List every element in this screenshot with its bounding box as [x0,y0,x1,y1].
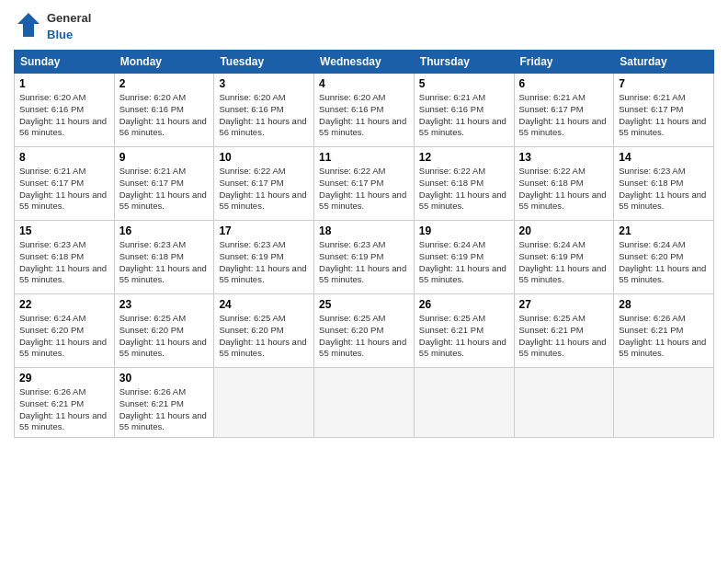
calendar-day-cell: 27Sunrise: 6:25 AMSunset: 6:21 PMDayligh… [514,294,614,368]
day-number: 25 [319,298,409,311]
day-number: 2 [119,77,210,90]
calendar-week-row: 1Sunrise: 6:20 AMSunset: 6:16 PMDaylight… [15,74,714,147]
calendar-day-cell: 13Sunrise: 6:22 AMSunset: 6:18 PMDayligh… [514,147,614,221]
day-info: Sunrise: 6:24 AMSunset: 6:19 PMDaylight:… [419,239,509,286]
day-info: Sunrise: 6:24 AMSunset: 6:20 PMDaylight:… [19,313,109,360]
day-info: Sunrise: 6:26 AMSunset: 6:21 PMDaylight:… [619,313,709,360]
calendar-empty-cell [314,368,415,438]
generalblue-logo-icon [14,11,43,40]
day-number: 7 [619,77,709,90]
page: General Blue SundayMondayTuesdayWednesda… [0,0,728,563]
calendar-day-cell: 20Sunrise: 6:24 AMSunset: 6:19 PMDayligh… [514,221,614,294]
day-number: 24 [219,298,309,311]
calendar-day-cell: 23Sunrise: 6:25 AMSunset: 6:20 PMDayligh… [114,294,214,368]
day-info: Sunrise: 6:20 AMSunset: 6:16 PMDaylight:… [319,92,409,139]
day-info: Sunrise: 6:23 AMSunset: 6:18 PMDaylight:… [19,239,109,286]
day-info: Sunrise: 6:26 AMSunset: 6:21 PMDaylight:… [119,386,210,433]
weekday-header-monday: Monday [114,51,214,74]
day-info: Sunrise: 6:20 AMSunset: 6:16 PMDaylight:… [119,92,210,139]
day-info: Sunrise: 6:21 AMSunset: 6:17 PMDaylight:… [519,92,609,139]
day-info: Sunrise: 6:25 AMSunset: 6:20 PMDaylight:… [119,313,210,360]
calendar-day-cell: 16Sunrise: 6:23 AMSunset: 6:18 PMDayligh… [114,221,214,294]
day-number: 16 [119,224,210,237]
day-info: Sunrise: 6:21 AMSunset: 6:17 PMDaylight:… [19,166,109,213]
logo: General Blue [14,9,91,42]
logo-blue-text: Blue [47,28,73,41]
day-number: 17 [219,224,309,237]
day-number: 13 [519,151,609,164]
day-info: Sunrise: 6:25 AMSunset: 6:20 PMDaylight:… [319,313,409,360]
calendar-week-row: 15Sunrise: 6:23 AMSunset: 6:18 PMDayligh… [15,221,714,294]
calendar-day-cell: 1Sunrise: 6:20 AMSunset: 6:16 PMDaylight… [15,74,115,147]
weekday-header-saturday: Saturday [614,51,714,74]
calendar-day-cell: 6Sunrise: 6:21 AMSunset: 6:17 PMDaylight… [514,74,614,147]
day-number: 5 [419,77,509,90]
calendar-empty-cell [514,368,614,438]
calendar-day-cell: 10Sunrise: 6:22 AMSunset: 6:17 PMDayligh… [214,147,314,221]
weekday-header-friday: Friday [514,51,614,74]
svg-marker-0 [17,13,40,37]
day-info: Sunrise: 6:22 AMSunset: 6:18 PMDaylight:… [419,166,509,213]
day-info: Sunrise: 6:23 AMSunset: 6:18 PMDaylight:… [619,166,709,213]
calendar-day-cell: 25Sunrise: 6:25 AMSunset: 6:20 PMDayligh… [314,294,415,368]
calendar-day-cell: 29Sunrise: 6:26 AMSunset: 6:21 PMDayligh… [15,368,115,438]
day-info: Sunrise: 6:24 AMSunset: 6:20 PMDaylight:… [619,239,709,286]
calendar-week-row: 22Sunrise: 6:24 AMSunset: 6:20 PMDayligh… [15,294,714,368]
day-number: 9 [119,151,210,164]
calendar-week-row: 29Sunrise: 6:26 AMSunset: 6:21 PMDayligh… [15,368,714,438]
calendar-day-cell: 26Sunrise: 6:25 AMSunset: 6:21 PMDayligh… [414,294,514,368]
day-info: Sunrise: 6:22 AMSunset: 6:17 PMDaylight:… [219,166,309,213]
day-info: Sunrise: 6:25 AMSunset: 6:21 PMDaylight:… [419,313,509,360]
day-info: Sunrise: 6:23 AMSunset: 6:18 PMDaylight:… [119,239,210,286]
calendar-day-cell: 28Sunrise: 6:26 AMSunset: 6:21 PMDayligh… [614,294,714,368]
weekday-header-row: SundayMondayTuesdayWednesdayThursdayFrid… [15,51,714,74]
calendar-empty-cell [414,368,514,438]
day-number: 30 [119,372,210,385]
day-info: Sunrise: 6:21 AMSunset: 6:17 PMDaylight:… [119,166,210,213]
header: General Blue [14,9,714,42]
day-number: 12 [419,151,509,164]
calendar-day-cell: 12Sunrise: 6:22 AMSunset: 6:18 PMDayligh… [414,147,514,221]
day-info: Sunrise: 6:26 AMSunset: 6:21 PMDaylight:… [19,386,109,433]
calendar-day-cell: 24Sunrise: 6:25 AMSunset: 6:20 PMDayligh… [214,294,314,368]
calendar-day-cell: 5Sunrise: 6:21 AMSunset: 6:16 PMDaylight… [414,74,514,147]
day-info: Sunrise: 6:21 AMSunset: 6:16 PMDaylight:… [419,92,509,139]
calendar-day-cell: 8Sunrise: 6:21 AMSunset: 6:17 PMDaylight… [15,147,115,221]
day-number: 11 [319,151,409,164]
calendar-day-cell: 9Sunrise: 6:21 AMSunset: 6:17 PMDaylight… [114,147,214,221]
day-number: 14 [619,151,709,164]
calendar-day-cell: 11Sunrise: 6:22 AMSunset: 6:17 PMDayligh… [314,147,415,221]
calendar-day-cell: 21Sunrise: 6:24 AMSunset: 6:20 PMDayligh… [614,221,714,294]
day-info: Sunrise: 6:23 AMSunset: 6:19 PMDaylight:… [319,239,409,286]
weekday-header-tuesday: Tuesday [214,51,314,74]
day-number: 27 [519,298,609,311]
calendar-day-cell: 22Sunrise: 6:24 AMSunset: 6:20 PMDayligh… [15,294,115,368]
day-number: 21 [619,224,709,237]
calendar-week-row: 8Sunrise: 6:21 AMSunset: 6:17 PMDaylight… [15,147,714,221]
day-number: 4 [319,77,409,90]
calendar-day-cell: 17Sunrise: 6:23 AMSunset: 6:19 PMDayligh… [214,221,314,294]
calendar-day-cell: 15Sunrise: 6:23 AMSunset: 6:18 PMDayligh… [15,221,115,294]
day-info: Sunrise: 6:20 AMSunset: 6:16 PMDaylight:… [19,92,109,139]
day-info: Sunrise: 6:25 AMSunset: 6:20 PMDaylight:… [219,313,309,360]
day-info: Sunrise: 6:20 AMSunset: 6:16 PMDaylight:… [219,92,309,139]
calendar-day-cell: 14Sunrise: 6:23 AMSunset: 6:18 PMDayligh… [614,147,714,221]
day-number: 10 [219,151,309,164]
weekday-header-wednesday: Wednesday [314,51,415,74]
weekday-header-thursday: Thursday [414,51,514,74]
calendar-day-cell: 4Sunrise: 6:20 AMSunset: 6:16 PMDaylight… [314,74,415,147]
calendar-empty-cell [214,368,314,438]
day-number: 23 [119,298,210,311]
logo-general-text: General [47,11,91,25]
calendar-empty-cell [614,368,714,438]
day-info: Sunrise: 6:22 AMSunset: 6:17 PMDaylight:… [319,166,409,213]
day-number: 15 [19,224,109,237]
calendar-day-cell: 18Sunrise: 6:23 AMSunset: 6:19 PMDayligh… [314,221,415,294]
day-number: 19 [419,224,509,237]
day-number: 8 [19,151,109,164]
day-number: 20 [519,224,609,237]
day-number: 1 [19,77,109,90]
day-number: 3 [219,77,309,90]
calendar-day-cell: 3Sunrise: 6:20 AMSunset: 6:16 PMDaylight… [214,74,314,147]
calendar-day-cell: 30Sunrise: 6:26 AMSunset: 6:21 PMDayligh… [114,368,214,438]
